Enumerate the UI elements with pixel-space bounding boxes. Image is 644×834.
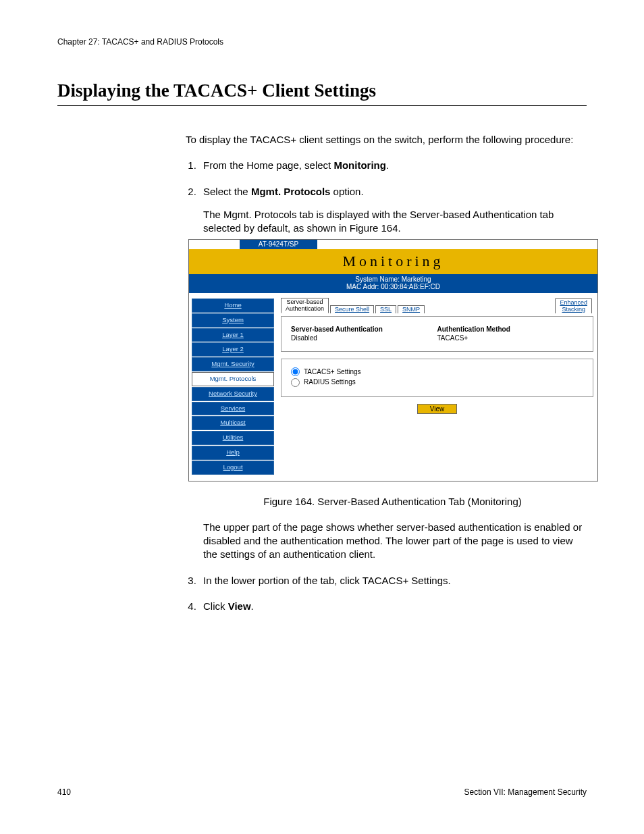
tab-enhanced-stacking[interactable]: Enhanced Stacking [555, 298, 592, 313]
step-1-bold: Monitoring [333, 159, 385, 171]
step-3: In the lower portion of the tab, click T… [199, 574, 587, 588]
nav-mgmt-protocols[interactable]: Mgmt. Protocols [192, 372, 274, 386]
nav-services[interactable]: Services [192, 402, 274, 416]
step-2-post: option. [330, 186, 363, 197]
step-4-pre: Click [203, 600, 228, 612]
step-4: Click View. [199, 600, 587, 613]
figure-screenshot: AT-9424T/SP Monitoring System Name: Mark… [188, 239, 598, 481]
radio-tacacs-label: TACACS+ Settings [304, 367, 361, 377]
tab-server-based-auth[interactable]: Server-based Authentication [281, 298, 329, 313]
nav-mgmt-security[interactable]: Mgmt. Security [192, 357, 274, 371]
sysinfo-bar: System Name: Marketing MAC Addr: 00:30:8… [189, 274, 597, 293]
sba-label: Server-based Authentication [291, 325, 437, 334]
nav-layer2[interactable]: Layer 2 [192, 342, 274, 357]
step-2-bold: Mgmt. Protocols [251, 186, 331, 197]
intro-paragraph: To display the TACACS+ client settings o… [186, 133, 587, 147]
radio-tacacs-input[interactable] [291, 367, 300, 376]
step-4-post: . [251, 600, 254, 612]
model-row: AT-9424T/SP [189, 240, 597, 249]
tab-snmp[interactable]: SNMP [398, 305, 425, 313]
system-name: System Name: Marketing [189, 276, 597, 284]
nav-help[interactable]: Help [192, 446, 274, 460]
step-1-pre: From the Home page, select [203, 159, 333, 171]
page-number: 410 [57, 787, 71, 797]
radio-radius-input[interactable] [291, 378, 300, 387]
auth-method-value: TACACS+ [437, 334, 584, 343]
step-2-sub: The Mgmt. Protocols tab is displayed wit… [203, 208, 587, 236]
tab-ssl[interactable]: SSL [375, 305, 396, 313]
step-2: Select the Mgmt. Protocols option. The M… [199, 185, 587, 562]
tab-secure-shell[interactable]: Secure Shell [330, 305, 374, 313]
mac-addr: MAC Addr: 00:30:84:AB:EF:CD [189, 283, 597, 291]
tabs-strip: Server-based Authentication Secure Shell… [281, 297, 593, 313]
title-bar: Monitoring [189, 249, 597, 274]
radio-radius-label: RADIUS Settings [304, 377, 356, 387]
view-button[interactable]: View [417, 404, 458, 414]
step-1: From the Home page, select Monitoring. [199, 159, 587, 172]
step-1-post: . [386, 159, 389, 171]
section-title: Displaying the TACACS+ Client Settings [57, 80, 587, 106]
procedure-list: From the Home page, select Monitoring. S… [186, 159, 587, 613]
sba-value: Disabled [291, 334, 437, 343]
para-after-figure: The upper part of the page shows whether… [203, 521, 587, 562]
nav-home[interactable]: Home [192, 298, 274, 313]
nav-logout[interactable]: Logout [192, 461, 274, 475]
step-4-bold: View [228, 600, 251, 612]
nav-layer1[interactable]: Layer 1 [192, 328, 274, 342]
nav-network-security[interactable]: Network Security [192, 387, 274, 401]
radio-tacacs[interactable]: TACACS+ Settings [291, 367, 583, 377]
nav-system[interactable]: System [192, 313, 274, 328]
settings-panel: TACACS+ Settings RADIUS Settings [281, 359, 593, 397]
sidebar-nav: Home System Layer 1 Layer 2 Mgmt. Securi… [189, 293, 278, 481]
title-bar-text: Monitoring [342, 253, 444, 269]
nav-multicast[interactable]: Multicast [192, 416, 274, 430]
nav-utilities[interactable]: Utilities [192, 431, 274, 445]
figure-caption: Figure 164. Server-Based Authentication … [188, 495, 597, 509]
section-footer: Section VII: Management Security [464, 787, 587, 797]
radio-radius[interactable]: RADIUS Settings [291, 377, 583, 387]
device-model-tab: AT-9424T/SP [240, 240, 317, 249]
chapter-header: Chapter 27: TACACS+ and RADIUS Protocols [57, 37, 587, 47]
auth-method-label: Authentication Method [437, 325, 584, 334]
step-2-pre: Select the [203, 186, 251, 197]
content-panel: Server-based Authentication Secure Shell… [278, 293, 597, 418]
status-panel: Server-based Authentication Disabled Aut… [281, 316, 593, 352]
